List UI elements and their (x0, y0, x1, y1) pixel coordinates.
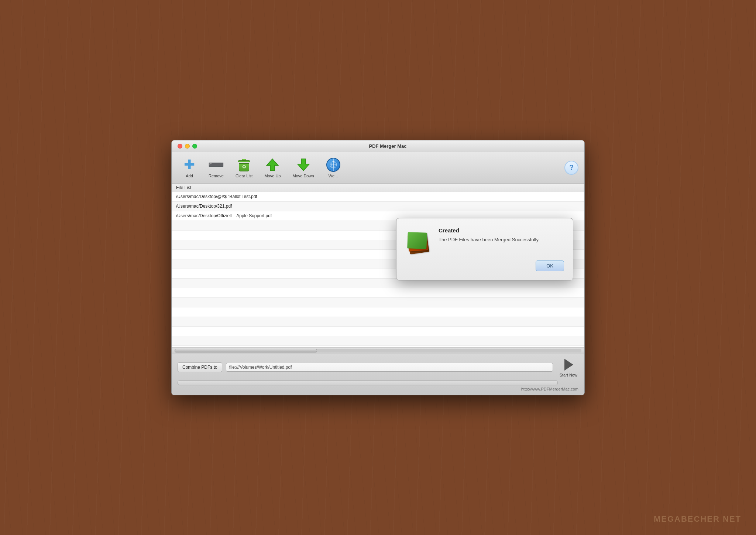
svg-marker-1 (298, 159, 309, 171)
web-icon (326, 157, 341, 172)
scrollbar-thumb[interactable] (175, 349, 317, 352)
move-up-button[interactable]: Move Up (260, 155, 285, 180)
remove-label: Remove (209, 174, 224, 178)
add-icon: ✚ (182, 157, 197, 172)
add-label: Add (186, 174, 193, 178)
list-item (172, 298, 584, 307)
list-item (172, 336, 584, 346)
combine-row: Combine PDFs to Start Now! (178, 357, 578, 377)
move-up-label: Move Up (264, 174, 281, 178)
list-item[interactable]: /Users/mac/Desktop/@#$ "Ballot Test.pdf (172, 192, 584, 202)
app-window: PDF Merger Mac ✚ Add ➖ Remove ♻ (171, 140, 585, 395)
traffic-lights (178, 144, 197, 149)
minimize-button[interactable] (185, 144, 190, 149)
success-dialog: Created The PDF Files have been Merged S… (396, 218, 573, 280)
modal-footer: OK (405, 260, 564, 271)
pdf-stack-icon (405, 227, 431, 253)
list-item (172, 288, 584, 298)
output-path-input[interactable] (226, 363, 553, 372)
modal-content: Created The PDF Files have been Merged S… (405, 227, 564, 253)
play-icon (564, 359, 573, 371)
remove-icon: ➖ (209, 157, 223, 172)
help-button[interactable]: ? (564, 161, 578, 175)
svg-marker-0 (267, 159, 278, 171)
clear-list-icon: ♻ (237, 157, 251, 172)
move-up-icon (265, 157, 280, 172)
svg-point-3 (331, 161, 335, 168)
file-list-header: File List (172, 184, 584, 192)
progress-bar (178, 380, 558, 385)
move-down-button[interactable]: Move Down (288, 155, 318, 180)
list-item[interactable]: /Users/mac/Desktop/321.pdf (172, 202, 584, 211)
ok-button[interactable]: OK (536, 260, 564, 271)
modal-message: The PDF Files have been Merged Successfu… (439, 236, 564, 243)
list-item (172, 327, 584, 336)
progress-row (178, 380, 578, 385)
toolbar: ✚ Add ➖ Remove ♻ Clear List (172, 152, 584, 184)
close-button[interactable] (178, 144, 182, 149)
svg-point-2 (330, 161, 337, 168)
clear-list-button[interactable]: ♻ Clear List (231, 155, 257, 180)
list-item (172, 307, 584, 317)
combine-pdfs-button[interactable]: Combine PDFs to (178, 362, 222, 372)
web-label: We... (329, 174, 338, 178)
bottom-bar: Combine PDFs to Start Now! http://www.PD… (172, 354, 584, 395)
start-label: Start Now! (560, 373, 578, 377)
start-area: Start Now! (560, 357, 578, 377)
website-link[interactable]: http://www.PDFMergerMac.com (178, 387, 578, 391)
book-top (407, 232, 427, 249)
window-title: PDF Merger Mac (197, 143, 578, 149)
web-button[interactable]: We... (322, 155, 345, 180)
move-down-label: Move Down (292, 174, 314, 178)
maximize-button[interactable] (192, 144, 197, 149)
watermark: MEGABECHER NET (654, 514, 741, 524)
clear-list-label: Clear List (236, 174, 252, 178)
start-button[interactable] (561, 357, 576, 372)
list-item (172, 317, 584, 327)
remove-button[interactable]: ➖ Remove (204, 155, 228, 180)
move-down-icon (296, 157, 311, 172)
scrollbar-area[interactable] (172, 347, 584, 353)
modal-title: Created (439, 227, 564, 234)
modal-text-area: Created The PDF Files have been Merged S… (439, 227, 564, 243)
title-bar: PDF Merger Mac (172, 140, 584, 152)
help-icon: ? (569, 163, 574, 172)
scrollbar-track[interactable] (175, 349, 581, 352)
add-button[interactable]: ✚ Add (178, 155, 201, 180)
